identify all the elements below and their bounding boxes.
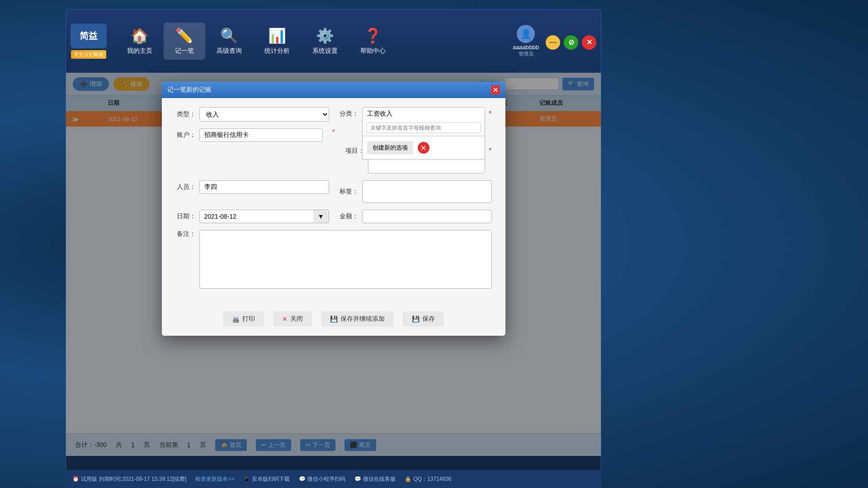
modal-title: 记一笔新的记账 [167, 86, 212, 94]
category-required-star: * [489, 110, 491, 118]
sidebar-item-search[interactable]: 🔍 高级查询 [205, 23, 253, 60]
date-dropdown-icon[interactable]: ▼ [313, 210, 329, 223]
memo-label: 备注： [175, 230, 196, 238]
nav-help-label: 帮助中心 [360, 47, 386, 55]
modal-title-bar: 记一笔新的记账 ✕ [162, 82, 505, 98]
project-required-star: * [489, 147, 491, 155]
cancel-create-button[interactable]: ✕ [418, 142, 429, 154]
home-icon: 🏠 [131, 27, 149, 44]
close-window-button[interactable]: ✕ [582, 35, 596, 50]
status-trial: ⏰ 试用版 到期时间:2021-08-17 15:39:12[续费] [72, 475, 186, 483]
sidebar-item-help[interactable]: ❓ 帮助中心 [349, 23, 397, 60]
block-button[interactable]: ⊘ [564, 35, 578, 50]
amount-group: 金额： [338, 210, 492, 223]
date-input[interactable] [200, 210, 313, 223]
window-controls: — ⊘ ✕ [546, 33, 596, 50]
qq-icon: 🔒 [405, 476, 411, 482]
sidebar-item-settings[interactable]: ⚙️ 系统设置 [301, 23, 349, 60]
toolbar: 简益 安全云记账版 🏠 我的主页 ✏️ 记一笔 🔍 高级查询 📊 统计分析 [66, 9, 601, 73]
help-icon: ❓ [364, 27, 382, 44]
project-label: 项目： [344, 147, 364, 155]
nav-search-label: 高级查询 [217, 47, 242, 55]
sidebar-item-record[interactable]: ✏️ 记一笔 [164, 23, 205, 60]
wechat-mini-label: 微信小程序扫码 [307, 475, 345, 483]
amount-label: 金额： [338, 212, 359, 221]
person-input[interactable] [199, 180, 329, 194]
amount-input[interactable] [362, 210, 492, 223]
minimize-button[interactable]: — [546, 35, 560, 50]
date-input-box: ▼ [199, 210, 329, 223]
modal-body: 类型： 收入 分类： [162, 98, 505, 305]
user-name: aaaabbbb [513, 44, 539, 51]
avatar-icon: 👤 [520, 28, 532, 39]
status-update[interactable]: 检查更新版本>> [195, 475, 234, 483]
save-continue-label: 保存并继续添加 [340, 315, 385, 323]
type-select[interactable]: 收入 [199, 107, 329, 122]
nav-stats-label: 统计分析 [264, 47, 290, 55]
category-search [363, 120, 485, 136]
save-continue-icon: 💾 [330, 315, 338, 323]
logo-box: 简益 [71, 23, 107, 48]
category-search-input[interactable] [366, 122, 481, 133]
modal-close-icon[interactable]: ✕ [491, 85, 500, 94]
tag-area[interactable] [362, 180, 492, 203]
person-label: 人员： [175, 183, 196, 191]
trial-icon: ⏰ [72, 476, 79, 482]
wechat-service-icon: 💬 [354, 476, 361, 482]
save-label: 保存 [422, 315, 435, 323]
main-window: 简益 安全云记账版 🏠 我的主页 ✏️ 记一笔 🔍 高级查询 📊 统计分析 [66, 9, 601, 479]
logo-text: 简益 [80, 30, 98, 42]
category-create-row: 创建新的选项 ✕ [363, 136, 485, 159]
category-input[interactable] [363, 108, 485, 120]
status-wechat-mini: 💬 微信小程序扫码 [299, 475, 345, 483]
avatar: 👤 [517, 25, 535, 43]
type-group: 类型： 收入 [175, 107, 329, 122]
expire-label: 到期时间:2021-08-17 15:39:12[续费] [99, 475, 186, 483]
nav-items: 🏠 我的主页 ✏️ 记一笔 🔍 高级查询 📊 统计分析 ⚙️ 系统设置 ❓ 帮 [116, 23, 513, 60]
status-wechat-service: 💬 微信在线客服 [354, 475, 396, 483]
date-label: 日期： [175, 212, 196, 221]
tag-group: 标签： [338, 180, 492, 203]
close-label: 关闭 [290, 315, 303, 323]
account-input[interactable] [199, 128, 323, 142]
sidebar-item-home[interactable]: 🏠 我的主页 [116, 23, 164, 60]
save-button[interactable]: 💾 保存 [403, 311, 444, 327]
form-row-date-amount: 日期： ▼ 金额： [175, 210, 492, 223]
sidebar-item-stats[interactable]: 📊 统计分析 [253, 23, 301, 60]
printer-icon: 🖨️ [232, 315, 240, 323]
memo-textarea[interactable] [199, 230, 492, 289]
gear-icon: ⚙️ [316, 27, 334, 44]
wechat-mini-icon: 💬 [299, 476, 306, 482]
android-label: 安卓版扫码下载 [252, 475, 290, 483]
save-continue-button[interactable]: 💾 保存并继续添加 [321, 311, 394, 327]
category-dropdown: 创建新的选项 ✕ [362, 120, 486, 160]
category-input-box: 创建新的选项 ✕ [362, 107, 486, 121]
close-button[interactable]: ✕ 关闭 [273, 311, 312, 327]
qq-label: QQ：13714836 [413, 475, 451, 483]
trial-label: 试用版 [81, 475, 97, 483]
android-icon: 📱 [243, 476, 250, 482]
create-option-button[interactable]: 创建新的选项 [367, 141, 413, 155]
search-icon: 🔍 [220, 27, 238, 44]
status-bar: ⏰ 试用版 到期时间:2021-08-17 15:39:12[续费] 检查更新版… [66, 470, 601, 488]
memo-area: 备注： [175, 230, 492, 289]
print-button[interactable]: 🖨️ 打印 [223, 311, 264, 327]
account-label: 账户： [175, 131, 196, 139]
nav-record-label: 记一笔 [175, 47, 194, 55]
account-required-star: * [332, 128, 335, 136]
modal-overlay: 记一笔新的记账 ✕ 类型： 收入 分类： [66, 73, 601, 479]
nav-home-label: 我的主页 [127, 47, 152, 55]
nav-settings-label: 系统设置 [312, 47, 338, 55]
modal-dialog: 记一笔新的记账 ✕ 类型： 收入 分类： [162, 82, 505, 336]
wechat-service-label: 微信在线客服 [363, 475, 396, 483]
check-update-label[interactable]: 检查更新版本>> [195, 475, 234, 483]
pencil-icon: ✏️ [175, 27, 193, 44]
person-group: 人员： [175, 180, 329, 194]
status-android: 📱 安卓版扫码下载 [243, 475, 290, 483]
category-panel: 创建新的选项 ✕ [362, 107, 486, 121]
status-qq: 🔒 QQ：13714836 [405, 475, 451, 483]
category-input-top [363, 108, 485, 120]
logo-badge: 安全云记账版 [71, 50, 106, 59]
close-icon: ✕ [282, 315, 288, 323]
category-label: 分类： [338, 110, 359, 118]
